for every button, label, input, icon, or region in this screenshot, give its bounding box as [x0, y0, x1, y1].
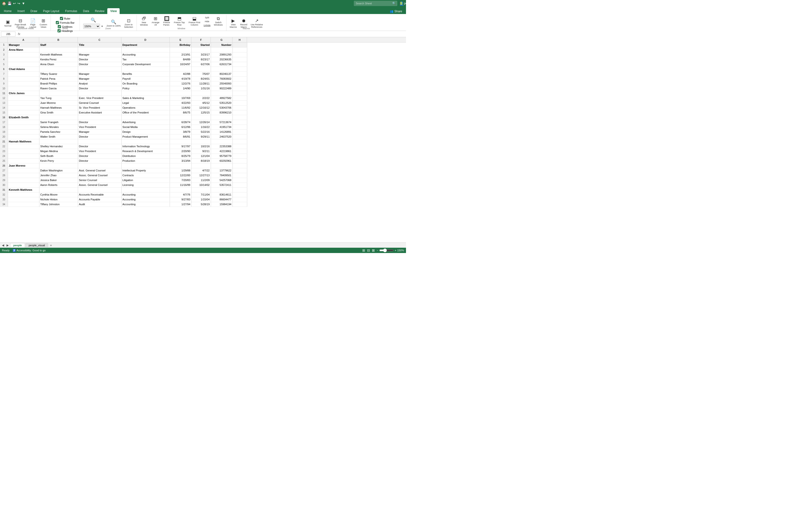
cell-a25[interactable]	[8, 158, 39, 163]
cell-h1[interactable]	[233, 43, 247, 47]
cell-d26[interactable]	[121, 163, 170, 168]
col-header-b[interactable]: B	[39, 37, 78, 42]
cell-a17[interactable]	[8, 120, 39, 125]
cell-a16[interactable]: Elizabeth Smith	[8, 115, 39, 120]
col-header-f[interactable]: F	[191, 37, 211, 42]
page-layout-button[interactable]: 📄 PageLayout	[28, 18, 38, 29]
cell-h18[interactable]	[233, 125, 247, 129]
cell-h33[interactable]	[233, 197, 247, 202]
cell-h13[interactable]	[233, 101, 247, 105]
cell-d15[interactable]: Office of the President	[121, 110, 170, 115]
cell-b20[interactable]: Walter Smith	[39, 134, 78, 139]
cell-e34[interactable]: 1/27/94	[170, 202, 191, 207]
tab-view[interactable]: View	[107, 8, 120, 14]
cell-g30[interactable]: 53572411	[211, 182, 233, 187]
cell-d14[interactable]: Operations	[121, 105, 170, 110]
cell-g16[interactable]	[211, 115, 233, 120]
cell-b5[interactable]: Anna Olsen	[39, 62, 78, 67]
col-header-g[interactable]: G	[211, 37, 233, 42]
cell-g12[interactable]: 48927582	[211, 96, 233, 101]
cell-h16[interactable]	[233, 115, 247, 120]
cell-d22[interactable]: Information Technology	[121, 144, 170, 149]
cell-c11[interactable]	[78, 91, 121, 96]
cell-h26[interactable]	[233, 163, 247, 168]
cell-h29[interactable]	[233, 178, 247, 182]
cell-g1[interactable]: Number	[211, 43, 233, 47]
next-sheet-icon[interactable]: ▶	[6, 243, 10, 247]
tab-draw[interactable]: Draw	[28, 8, 40, 14]
cell-d4[interactable]: Tax	[121, 57, 170, 62]
tab-home[interactable]: Home	[1, 8, 14, 14]
cell-h31[interactable]	[233, 187, 247, 192]
cell-g26[interactable]	[211, 163, 233, 168]
cell-a8[interactable]	[8, 76, 39, 81]
cell-e3[interactable]: 2/13/91	[170, 52, 191, 57]
cell-g15[interactable]: 83996210	[211, 110, 233, 115]
cell-b25[interactable]: Kevin Perry	[39, 158, 78, 163]
cell-d34[interactable]: Accounting	[121, 202, 170, 207]
ruler-checkbox[interactable]	[60, 17, 63, 20]
cell-c4[interactable]: Director	[78, 57, 121, 62]
cell-e8[interactable]: 4/19/78	[170, 76, 191, 81]
cell-h28[interactable]	[233, 173, 247, 178]
cell-f8[interactable]: 8/24/01	[191, 76, 211, 81]
search-input[interactable]	[354, 1, 397, 6]
cell-e11[interactable]	[170, 91, 191, 96]
cell-f33[interactable]: 1/15/04	[191, 197, 211, 202]
cell-f5[interactable]: 6/27/06	[191, 62, 211, 67]
cell-d3[interactable]: Accounting	[121, 52, 170, 57]
cell-h27[interactable]	[233, 168, 247, 173]
freeze-panes-button[interactable]: 🔲 FreezePanes	[162, 16, 171, 26]
cell-g22[interactable]: 22353388	[211, 144, 233, 149]
tab-page-layout[interactable]: Page Layout	[40, 8, 62, 14]
cell-h32[interactable]	[233, 192, 247, 197]
cell-f25[interactable]: 8/18/19	[191, 158, 211, 163]
cell-f29[interactable]: 11/2/09	[191, 178, 211, 182]
tab-data[interactable]: Data	[80, 8, 92, 14]
redo-icon[interactable]: ↪	[17, 1, 20, 5]
cell-b22[interactable]: Shelley Hernandez	[39, 144, 78, 149]
view-normal-icon[interactable]: ⊞	[362, 248, 365, 252]
cell-h3[interactable]	[233, 52, 247, 57]
cell-h25[interactable]	[233, 158, 247, 163]
cell-c24[interactable]: Director	[78, 154, 121, 158]
cell-f2[interactable]	[191, 47, 211, 52]
normal-view-button[interactable]: ▣ Normal	[3, 19, 13, 27]
cell-b19[interactable]: Pamela Sanchez	[39, 129, 78, 134]
cell-c33[interactable]: Accounts Payable	[78, 197, 121, 202]
cell-d1[interactable]: Department	[121, 43, 170, 47]
cell-a6[interactable]: Chad Adams	[8, 67, 39, 71]
cell-g3[interactable]: 20891293	[211, 52, 233, 57]
cell-g9[interactable]: 25540093	[211, 81, 233, 86]
cell-e2[interactable]	[170, 47, 191, 52]
cell-d16[interactable]	[121, 115, 170, 120]
cell-g10[interactable]: 90222489	[211, 86, 233, 91]
cell-h21[interactable]	[233, 139, 247, 144]
cell-b10[interactable]: Raven Garcia	[39, 86, 78, 91]
cell-f28[interactable]: 12/27/13	[191, 173, 211, 178]
cell-a4[interactable]	[8, 57, 39, 62]
cell-c19[interactable]: Manager	[78, 129, 121, 134]
cell-h34[interactable]	[233, 202, 247, 207]
cell-a5[interactable]	[8, 62, 39, 67]
cell-d19[interactable]: Design	[121, 129, 170, 134]
page-break-button[interactable]: ⊟ Page BreakPreview	[13, 18, 28, 29]
cell-a11[interactable]: Chris James	[8, 91, 39, 96]
cell-b29[interactable]: Jessica Baker	[39, 178, 78, 182]
cell-g4[interactable]: 20236635	[211, 57, 233, 62]
cell-b1[interactable]: Staff	[39, 43, 78, 47]
cell-d17[interactable]: Advertising	[121, 120, 170, 125]
view-page-break-icon[interactable]: ⊠	[372, 248, 375, 252]
cell-a31[interactable]: Kenneth Matthews	[8, 187, 39, 192]
cell-c22[interactable]: Director	[78, 144, 121, 149]
cell-b27[interactable]: Dalton Washington	[39, 168, 78, 173]
cell-b23[interactable]: Megan Medina	[39, 149, 78, 154]
cell-h12[interactable]	[233, 96, 247, 101]
sheet-tab-people[interactable]: people	[10, 243, 25, 247]
cell-f26[interactable]	[191, 163, 211, 168]
cell-b15[interactable]: Gina Smith	[39, 110, 78, 115]
cell-e25[interactable]: 3/13/94	[170, 158, 191, 163]
cell-g21[interactable]	[211, 139, 233, 144]
customize-icon[interactable]: ▼	[22, 1, 25, 5]
cell-d23[interactable]: Research & Development	[121, 149, 170, 154]
